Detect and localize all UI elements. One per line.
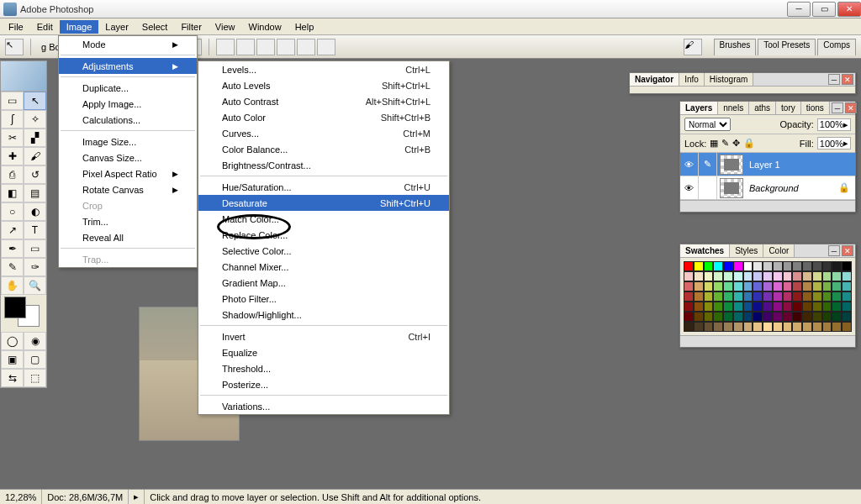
panel-minimize-icon[interactable]: ─ [832, 102, 843, 113]
menu-layer[interactable]: Layer [98, 20, 135, 34]
swatch[interactable] [822, 281, 832, 291]
status-menu-arrow-icon[interactable]: ▸ [129, 490, 145, 504]
swatch[interactable] [733, 281, 743, 291]
menu-item[interactable]: Image Size... [59, 134, 197, 150]
swatch[interactable] [783, 312, 793, 322]
menu-item[interactable]: Hue/Saturation...Ctrl+U [198, 179, 449, 195]
menu-item[interactable]: Threshold... [198, 360, 449, 376]
palette-tab-brushes[interactable]: Brushes [714, 39, 757, 55]
distribute-icon[interactable] [256, 39, 275, 55]
swatch[interactable] [812, 322, 822, 332]
swatch[interactable] [694, 261, 704, 271]
menu-item[interactable]: Equalize [198, 344, 449, 360]
swatch[interactable] [773, 281, 783, 291]
swatch[interactable] [753, 302, 763, 312]
menu-item[interactable]: Auto LevelsShift+Ctrl+L [198, 77, 449, 93]
tab-styles[interactable]: Styles [730, 244, 763, 257]
swatch[interactable] [822, 271, 832, 281]
swatch[interactable] [842, 312, 852, 322]
history-brush-tool[interactable]: ↺ [24, 165, 46, 184]
swatch[interactable] [753, 312, 763, 322]
swatch[interactable] [832, 271, 842, 281]
zoom-tool[interactable]: 🔍 [24, 276, 46, 295]
swatch[interactable] [812, 261, 822, 271]
brush-tool[interactable]: 🖌 [24, 147, 46, 165]
swatch[interactable] [842, 322, 852, 332]
layer-row[interactable]: 👁 Background 🔒 [680, 176, 855, 200]
palette-tab-comps[interactable]: Comps [817, 39, 856, 55]
swatch[interactable] [694, 312, 704, 322]
swatch[interactable] [684, 261, 694, 271]
swatch[interactable] [842, 261, 852, 271]
menu-item[interactable]: Channel Mixer... [198, 259, 449, 275]
lock-pixels-icon[interactable]: ✎ [721, 138, 729, 149]
swatch[interactable] [694, 281, 704, 291]
notes-tool[interactable]: ✎ [1, 258, 24, 276]
swatch[interactable] [694, 322, 704, 332]
pen-tool[interactable]: ✒ [1, 239, 24, 258]
gradient-tool[interactable]: ▤ [24, 184, 46, 202]
menu-item[interactable]: Replace Color... [198, 227, 449, 243]
swatch[interactable] [723, 281, 733, 291]
swatch[interactable] [733, 271, 743, 281]
swatch[interactable] [842, 271, 852, 281]
tab-info[interactable]: Info [679, 73, 705, 86]
move-tool[interactable]: ↖ [24, 92, 46, 110]
swatch[interactable] [792, 302, 802, 312]
lock-transparency-icon[interactable]: ▦ [710, 138, 718, 149]
swatch[interactable] [822, 302, 832, 312]
brush-preset-icon[interactable]: 🖌 [684, 39, 702, 55]
swatch[interactable] [812, 271, 822, 281]
swatch[interactable] [704, 271, 714, 281]
menu-item[interactable]: InvertCtrl+I [198, 328, 449, 344]
panel-minimize-icon[interactable]: ─ [828, 245, 840, 256]
swatch[interactable] [763, 281, 773, 291]
layer-name[interactable]: Layer 1 [746, 160, 855, 170]
swatch[interactable] [792, 261, 802, 271]
menu-item[interactable]: Calculations... [59, 112, 197, 128]
swatch[interactable] [822, 261, 832, 271]
quickmask-on-icon[interactable]: ◉ [24, 332, 46, 350]
distribute-icon[interactable] [236, 39, 255, 55]
menu-item[interactable]: Canvas Size... [59, 150, 197, 165]
visibility-icon[interactable]: 👁 [680, 176, 699, 199]
swatch[interactable] [792, 281, 802, 291]
swatch[interactable] [783, 302, 793, 312]
wand-tool[interactable]: ✧ [24, 110, 46, 129]
swatch[interactable] [753, 322, 763, 332]
swatch[interactable] [802, 312, 812, 322]
swatch[interactable] [763, 302, 773, 312]
swatch[interactable] [802, 281, 812, 291]
slice-tool[interactable]: ▞ [24, 129, 46, 147]
dodge-tool[interactable]: ◐ [24, 202, 46, 221]
swatch[interactable] [773, 291, 783, 302]
tab-color[interactable]: Color [763, 244, 795, 257]
screen-mode-icon[interactable]: ▢ [24, 350, 46, 369]
swatch[interactable] [743, 312, 753, 322]
lock-all-icon[interactable]: 🔒 [743, 138, 755, 149]
eyedropper-tool[interactable]: ✑ [24, 258, 46, 276]
swatch[interactable] [783, 261, 793, 271]
panel-minimize-icon[interactable]: ─ [828, 74, 840, 85]
menu-item[interactable]: Trim... [59, 213, 197, 229]
swatch[interactable] [684, 291, 694, 302]
menu-view[interactable]: View [209, 20, 242, 34]
swatch[interactable] [713, 281, 723, 291]
swatch[interactable] [704, 281, 714, 291]
tab-history[interactable]: tory [776, 102, 801, 114]
swatch[interactable] [704, 322, 714, 332]
swatch[interactable] [822, 312, 832, 322]
swatch[interactable] [783, 322, 793, 332]
swatch[interactable] [763, 291, 773, 302]
menu-item[interactable]: Rotate Canvas▶ [59, 181, 197, 197]
healing-tool[interactable]: ✚ [1, 147, 24, 165]
swatch[interactable] [713, 271, 723, 281]
swatch[interactable] [684, 302, 694, 312]
swatch[interactable] [792, 322, 802, 332]
swatch[interactable] [713, 302, 723, 312]
opacity-field[interactable]: 100% ▸ [817, 118, 851, 131]
marquee-tool[interactable]: ▭ [1, 92, 24, 110]
visibility-icon[interactable]: 👁 [680, 153, 699, 176]
lock-position-icon[interactable]: ✥ [732, 138, 740, 149]
swatch[interactable] [763, 322, 773, 332]
